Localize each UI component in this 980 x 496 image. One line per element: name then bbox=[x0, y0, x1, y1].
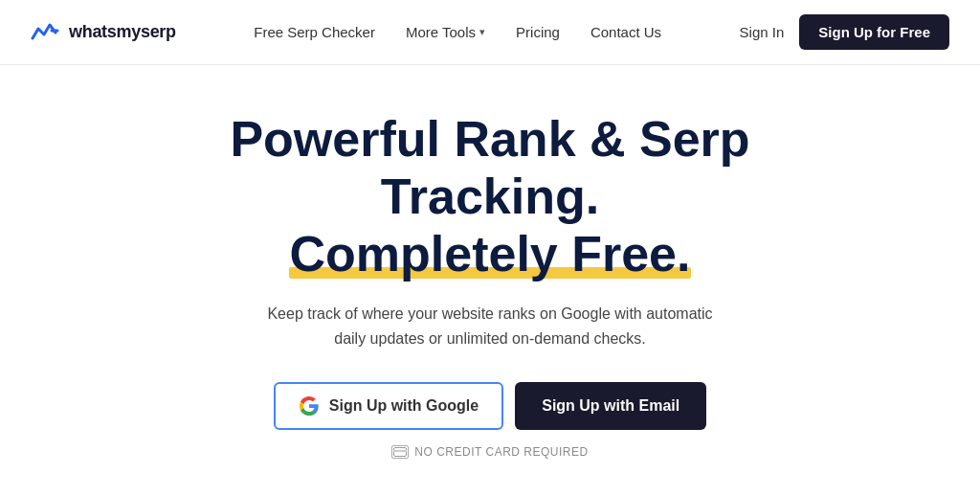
sign-in-link[interactable]: Sign In bbox=[740, 24, 785, 40]
logo-icon bbox=[31, 21, 61, 44]
google-icon bbox=[299, 395, 320, 417]
credit-card-icon bbox=[391, 445, 409, 459]
signup-email-button[interactable]: Sign Up with Email bbox=[515, 382, 706, 430]
sign-up-button[interactable]: Sign Up for Free bbox=[799, 14, 949, 50]
hero-title: Powerful Rank & Serp Tracking. Completel… bbox=[230, 111, 749, 282]
main-nav: Free Serp Checker More Tools ▾ Pricing C… bbox=[242, 16, 673, 48]
logo-text: whatsmyserp bbox=[69, 22, 176, 42]
nav-item-free-serp-checker[interactable]: Free Serp Checker bbox=[242, 16, 387, 48]
chevron-down-icon: ▾ bbox=[479, 26, 485, 38]
hero-highlight: Completely Free. bbox=[289, 226, 690, 283]
hero-subtitle: Keep track of where your website ranks o… bbox=[251, 302, 729, 350]
nav-item-contact-us[interactable]: Contact Us bbox=[579, 16, 673, 48]
header: whatsmyserp Free Serp Checker More Tools… bbox=[0, 0, 980, 65]
nav-item-more-tools[interactable]: More Tools ▾ bbox=[394, 16, 497, 48]
nav-item-pricing[interactable]: Pricing bbox=[504, 16, 571, 48]
header-actions: Sign In Sign Up for Free bbox=[740, 14, 949, 50]
hero-buttons: Sign Up with Google Sign Up with Email bbox=[274, 382, 706, 430]
logo[interactable]: whatsmyserp bbox=[31, 21, 176, 44]
signup-google-button[interactable]: Sign Up with Google bbox=[274, 382, 503, 430]
svg-rect-1 bbox=[393, 450, 407, 452]
hero-section: Powerful Rank & Serp Tracking. Completel… bbox=[0, 65, 980, 489]
no-credit-card-notice: NO CREDIT CARD REQUIRED bbox=[391, 445, 588, 459]
